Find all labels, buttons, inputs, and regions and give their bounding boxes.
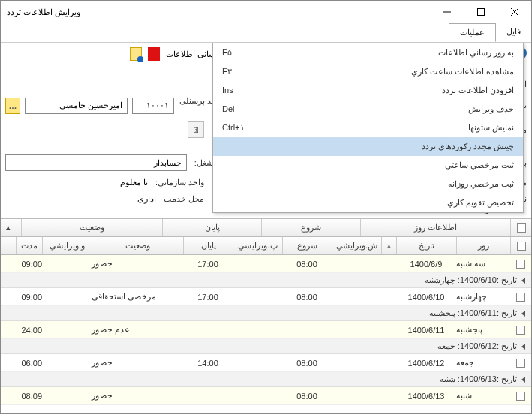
scroll-up[interactable]: ▴ [1, 219, 16, 236]
col-day[interactable]: روز [456, 237, 510, 254]
cell-sv [332, 288, 381, 305]
cell-date: 1400/6/12 [396, 354, 456, 371]
cell-start: 08:00 [282, 288, 332, 305]
menu-item-label: نمایش ستونها [468, 123, 514, 133]
cell-day: شنبه [456, 387, 510, 404]
table-row[interactable]: سه شنبه1400/6/908:0017:00حضور09:00 [1, 255, 531, 273]
row-chk-cell [510, 255, 531, 272]
menu-item-label: حذف ویرایش [468, 104, 514, 114]
cell-sv [332, 255, 381, 272]
hgrp-end[interactable]: پایان [162, 219, 261, 236]
job-label: شغل: [194, 158, 213, 168]
close-button[interactable] [497, 1, 531, 23]
cell-sv [332, 387, 381, 404]
cell-vv [42, 321, 92, 338]
collapse-icon[interactable] [521, 278, 525, 284]
hgrp-dateinfo[interactable]: اطلاعات روز [360, 219, 510, 236]
col-sv[interactable]: ش.ویرایشي [332, 237, 381, 254]
table-row[interactable]: شنبه1400/6/1308:00حضور08:09 [1, 387, 531, 405]
svg-rect-0 [477, 9, 484, 16]
personnel-name-input[interactable]: امیرحسین خامسی [25, 98, 128, 114]
col-status[interactable]: وضعیت [92, 237, 183, 254]
hgrp-status[interactable]: وضعیت [21, 219, 162, 236]
cell-dur: 09:00 [1, 255, 42, 272]
menu-item-label: افزودن اطلاعات تردد [442, 86, 514, 95]
export-icon[interactable] [148, 47, 160, 61]
cell-vv [42, 255, 92, 272]
cell-status: مرخصی استحقاقی [92, 288, 183, 305]
select-all-chk2[interactable] [517, 242, 526, 250]
col-end[interactable]: پایان [183, 237, 233, 254]
cell-vv [42, 288, 92, 305]
group-row[interactable]: تاریخ :1400/6/12: جمعه [1, 339, 531, 354]
select-all-chk[interactable] [517, 224, 526, 232]
menu-item[interactable]: افزودن اطلاعات ترددIns [213, 81, 523, 100]
table-row[interactable]: چهارشنبه1400/6/1008:0017:00مرخصی استحقاق… [1, 288, 531, 306]
cell-day: چهارشنبه [456, 288, 510, 305]
cell-start [282, 321, 332, 338]
minimize-button[interactable] [430, 1, 464, 23]
menu-item[interactable]: نمایش ستونهاCtrl+۱ [213, 118, 523, 137]
menu-item-shortcut: F۳ [222, 67, 232, 76]
cell-end: 17:00 [183, 255, 233, 272]
lookup-button[interactable]: … [5, 98, 20, 114]
menu-item-label: مشاهده اطلاعات ساعت کاري [411, 67, 514, 76]
table-body: سه شنبه1400/6/908:0017:00حضور09:00تاریخ … [1, 255, 531, 405]
col-pv[interactable]: پ.ویرایشي [233, 237, 282, 254]
menu-item[interactable]: حذف ویرایشDel [213, 100, 523, 118]
table-row[interactable]: جمعه1400/6/1208:0014:00حضور06:00 [1, 354, 531, 372]
col-start[interactable]: شروع [282, 237, 332, 254]
cell-day: سه شنبه [456, 255, 510, 272]
personnel-code-input[interactable]: ۱۰۰۰۱ [132, 98, 174, 114]
row-checkbox[interactable] [516, 392, 525, 400]
row-checkbox[interactable] [516, 358, 525, 368]
cell-pv [233, 354, 282, 371]
menu-operations[interactable]: عملیات [449, 23, 496, 42]
menu-item[interactable]: مشاهده اطلاعات ساعت کاريF۳ [213, 62, 523, 81]
row-checkbox[interactable] [516, 260, 525, 268]
collapse-icon[interactable] [521, 344, 525, 350]
menu-item[interactable]: تخصیص تقویم کاري [213, 194, 523, 212]
row-checkbox[interactable] [516, 326, 525, 334]
org-value: نا معلوم [120, 178, 148, 188]
table-row[interactable]: پنجشنبه1400/6/11عدم حضور24:00 [1, 321, 531, 339]
cell-end: 17:00 [183, 288, 233, 305]
cell-sort [381, 255, 396, 272]
menu-item[interactable]: ثبت مرخصي ساعتي [213, 156, 523, 175]
cell-status: حضور [92, 354, 183, 371]
maximize-button[interactable] [464, 1, 497, 23]
attendance-table: اطلاعات روز شروع پایان وضعیت ▴ روز تاریخ… [1, 218, 531, 413]
group-label: تاریخ :1400/6/11: پنجشنبه [429, 308, 517, 318]
col-dur[interactable]: مدت [16, 237, 42, 254]
group-row[interactable]: تاریخ :1400/6/11: پنجشنبه [1, 306, 531, 321]
group-label: تاریخ :1400/6/10: چهارشنبه [425, 275, 517, 285]
cell-dur: 06:00 [1, 354, 42, 371]
col-sort[interactable]: ▲ [381, 237, 396, 254]
group-label: تاریخ :1400/6/13: شنبه [440, 374, 517, 384]
collapse-icon[interactable] [521, 376, 525, 382]
row-chk-cell [510, 387, 531, 404]
menu-item-label: به روز رساني اطلاعات [438, 48, 514, 58]
menu-item-label: چینش مجدد رکوردهاي تردد [422, 142, 514, 152]
menu-item[interactable]: ثبت مرخصي روزانه [213, 175, 523, 194]
job-value: حسابدار [5, 154, 187, 171]
hgrp-start[interactable]: شروع [261, 219, 360, 236]
col-date[interactable]: تاریخ [396, 237, 456, 254]
personnel-code-label: کد پرسنلی : [179, 96, 215, 115]
menu-file[interactable]: فایل [496, 23, 531, 42]
cell-sort [381, 387, 396, 404]
group-row[interactable]: تاریخ :1400/6/13: شنبه [1, 372, 531, 387]
group-row[interactable]: تاریخ :1400/6/10: چهارشنبه [1, 273, 531, 288]
collapse-icon[interactable] [521, 310, 525, 316]
col-vv[interactable]: و.ویرایشي [42, 237, 92, 254]
cell-sv [332, 354, 381, 371]
row-checkbox[interactable] [516, 292, 525, 302]
cell-day: جمعه [456, 354, 510, 371]
cell-pv [233, 387, 282, 404]
cell-vv [42, 354, 92, 371]
menu-item[interactable]: چینش مجدد رکوردهاي تردد [213, 137, 523, 156]
docs-icon[interactable] [130, 47, 142, 61]
menu-item-label: ثبت مرخصي ساعتي [445, 160, 514, 170]
menu-item[interactable]: به روز رساني اطلاعاتF۵ [213, 44, 523, 62]
calendar-button-2[interactable]: 🗓 [188, 122, 204, 138]
